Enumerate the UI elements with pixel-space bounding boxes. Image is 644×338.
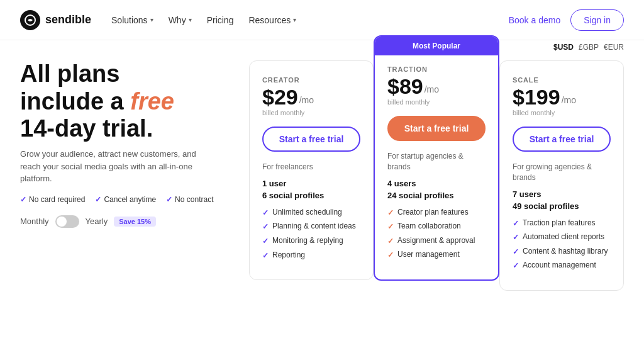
scale-plan-name: SCALE: [513, 76, 611, 84]
logo[interactable]: sendible: [20, 10, 91, 30]
sign-in-button[interactable]: Sign in: [570, 9, 624, 31]
save-badge: Save 15%: [114, 217, 156, 227]
feat-check-icon: ✓: [513, 219, 519, 229]
feat-check-icon: ✓: [262, 251, 269, 261]
traction-price-row: $89 /mo: [387, 76, 486, 97]
feat-check-icon: ✓: [262, 222, 269, 232]
feat-check-icon: ✓: [513, 261, 519, 271]
scale-feature-4: ✓Account management: [513, 261, 611, 271]
feat-check-icon: ✓: [262, 208, 269, 218]
scale-profiles: 49 social profiles: [513, 201, 611, 211]
traction-plan-name: TRACTION: [387, 65, 486, 73]
feat-check-icon: ✓: [262, 237, 269, 247]
creator-feature-4: ✓Reporting: [262, 251, 360, 261]
yearly-label: Yearly: [86, 217, 108, 226]
scale-per: /mo: [562, 95, 576, 105]
pricing-cards: $USD £GBP €EUR CREATOR $29 /mo billed mo…: [249, 60, 624, 291]
traction-price: $89: [387, 76, 423, 97]
scale-feature-1: ✓Traction plan features: [513, 218, 611, 229]
resources-dropdown-icon: ▾: [293, 16, 296, 23]
scale-users: 7 users: [513, 189, 611, 199]
traction-feature-2: ✓Team collaboration: [387, 222, 486, 232]
traction-features: ✓Creator plan features ✓Team collaborati…: [387, 208, 486, 261]
billing-toggle[interactable]: [55, 215, 79, 228]
logo-text: sendible: [45, 13, 91, 26]
header-actions: Book a demo Sign in: [509, 9, 624, 31]
scale-cta-button[interactable]: Start a free trial: [513, 127, 611, 152]
creator-cta-button[interactable]: Start a free trial: [262, 127, 360, 152]
monthly-label: Monthly: [20, 217, 49, 226]
traction-users: 4 users: [387, 179, 486, 188]
check-icon-1: ✓: [20, 195, 26, 204]
main-nav: Solutions ▾ Why ▾ Pricing Resources ▾: [111, 15, 509, 25]
feat-check-icon: ✓: [387, 237, 394, 247]
nav-solutions[interactable]: Solutions ▾: [111, 15, 153, 25]
solutions-dropdown-icon: ▾: [150, 16, 153, 23]
badge-no-card: ✓ No card required: [20, 195, 85, 204]
check-icon-2: ✓: [95, 195, 101, 204]
feat-check-icon: ✓: [387, 251, 394, 261]
header: sendible Solutions ▾ Why ▾ Pricing Resou…: [0, 0, 644, 40]
headline-line3: 14-day trial.: [20, 115, 153, 142]
creator-feature-2: ✓Planning & content ideas: [262, 222, 360, 232]
scale-price: $199: [513, 86, 560, 108]
traction-per: /mo: [425, 84, 439, 94]
headline-italic: free: [130, 88, 174, 115]
scale-features: ✓Traction plan features ✓Automated clien…: [513, 218, 611, 271]
creator-features: ✓Unlimited scheduling ✓Planning & conten…: [262, 208, 360, 261]
hero-subtext: Grow your audience, attract new customer…: [20, 148, 215, 185]
headline-line1: All plans: [20, 60, 119, 87]
creator-billed: billed monthly: [262, 109, 360, 116]
creator-price: $29: [262, 86, 298, 108]
traction-profiles: 24 social profiles: [387, 191, 486, 200]
check-icon-3: ✓: [166, 195, 172, 204]
logo-icon: [20, 10, 40, 30]
feat-check-icon: ✓: [513, 247, 519, 257]
creator-for-label: For freelancers: [262, 162, 360, 172]
currency-gbp[interactable]: £GBP: [579, 43, 599, 52]
toggle-knob: [57, 217, 67, 227]
book-demo-link[interactable]: Book a demo: [509, 15, 561, 25]
traction-cta-button[interactable]: Start a free trial: [387, 116, 486, 141]
nav-pricing[interactable]: Pricing: [207, 15, 234, 25]
creator-feature-1: ✓Unlimited scheduling: [262, 208, 360, 218]
traction-for-label: For startup agencies & brands: [387, 151, 486, 172]
scale-price-row: $199 /mo: [513, 86, 611, 108]
badge-cancel: ✓ Cancel anytime: [95, 195, 156, 204]
scale-feature-2: ✓Automated client reports: [513, 232, 611, 243]
traction-feature-4: ✓User management: [387, 250, 486, 261]
main-content: All plans include a free 14-day trial. G…: [0, 40, 644, 303]
scale-billed: billed monthly: [513, 109, 611, 116]
currency-eur[interactable]: €EUR: [604, 43, 624, 52]
scale-feature-3: ✓Content & hashtag library: [513, 247, 611, 257]
traction-feature-3: ✓Assignment & approval: [387, 236, 486, 247]
plan-traction: Most Popular TRACTION $89 /mo billed mon…: [374, 35, 499, 281]
nav-resources[interactable]: Resources ▾: [248, 15, 296, 25]
feat-check-icon: ✓: [387, 222, 394, 232]
nav-why[interactable]: Why ▾: [169, 15, 192, 25]
plan-scale: SCALE $199 /mo billed monthly Start a fr…: [499, 60, 624, 291]
scale-for-label: For growing agencies & brands: [513, 162, 611, 183]
why-dropdown-icon: ▾: [189, 16, 192, 23]
traction-feature-1: ✓Creator plan features: [387, 208, 486, 218]
hero-panel: All plans include a free 14-day trial. G…: [20, 60, 234, 228]
creator-plan-name: CREATOR: [262, 76, 360, 84]
headline: All plans include a free 14-day trial.: [20, 60, 234, 143]
feat-check-icon: ✓: [513, 233, 519, 243]
creator-per: /mo: [299, 95, 314, 105]
currency-usd[interactable]: $USD: [553, 43, 574, 52]
currency-selector: $USD £GBP €EUR: [553, 43, 624, 52]
creator-profiles: 6 social profiles: [262, 191, 360, 200]
creator-users: 1 user: [262, 179, 360, 188]
headline-line2: include a free: [20, 88, 174, 115]
creator-feature-3: ✓Monitoring & replying: [262, 236, 360, 247]
plan-creator: CREATOR $29 /mo billed monthly Start a f…: [249, 60, 374, 280]
feat-check-icon: ✓: [387, 208, 394, 218]
popular-badge: Most Popular: [375, 37, 498, 55]
billing-toggle-row: Monthly Yearly Save 15%: [20, 215, 234, 228]
badge-no-contract: ✓ No contract: [166, 195, 213, 204]
traction-billed: billed monthly: [387, 98, 486, 106]
creator-price-row: $29 /mo: [262, 86, 360, 108]
trust-badges: ✓ No card required ✓ Cancel anytime ✓ No…: [20, 195, 234, 204]
